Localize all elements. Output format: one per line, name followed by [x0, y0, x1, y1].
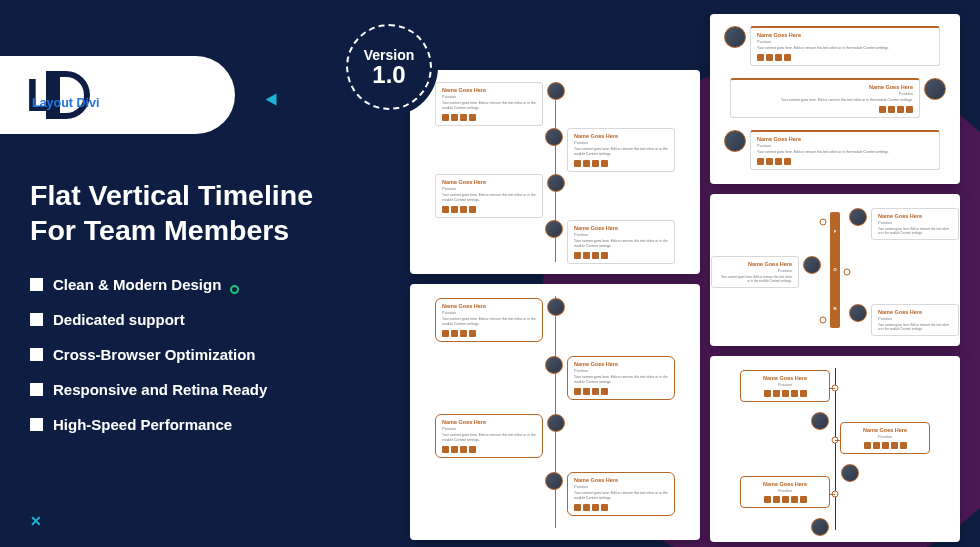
member-card: Name Goes Here Position Your content goe…	[750, 26, 940, 66]
member-desc: Your content goes here. Edit or remove t…	[442, 101, 536, 111]
feature-item: Dedicated support	[30, 311, 267, 328]
avatar	[547, 174, 565, 192]
timeline-line	[835, 368, 836, 530]
avatar	[545, 356, 563, 374]
heading-line-2: For Team Members	[30, 213, 313, 248]
timeline-entry: Name Goes Here Position Your content goe…	[849, 208, 959, 240]
avatar	[849, 208, 867, 226]
member-name: Name Goes Here	[442, 87, 536, 93]
member-card: Name Goes Here Position Your content goe…	[435, 174, 543, 218]
logo-mark-d	[46, 71, 90, 119]
version-badge: Version 1.0	[346, 24, 432, 110]
avatar	[724, 26, 746, 48]
timeline-entry: Name Goes Here Position Your content goe…	[724, 130, 940, 170]
timeline-entry: Name Goes Here Position Your content goe…	[435, 82, 565, 126]
feature-label: Cross-Browser Optimization	[53, 346, 256, 363]
member-card: Name Goes Here Position Your content goe…	[750, 130, 940, 170]
timeline-entry: Name Goes Here Position Your content goe…	[435, 414, 565, 458]
social-icons	[442, 114, 536, 121]
timeline-entry: Name Goes Here Position Your content goe…	[545, 356, 675, 400]
preview-card-4: FON Name Goes Here Position Your content…	[710, 194, 960, 346]
timeline-entry: Name Goes Here Position Your content goe…	[435, 298, 565, 342]
member-card: Name Goes Here Position Your content goe…	[567, 128, 675, 172]
bullet-icon	[30, 383, 43, 396]
feature-item: High-Speed Performance	[30, 416, 267, 433]
member-card: Name Goes Here Position Your content goe…	[435, 82, 543, 126]
social-icon[interactable]	[469, 114, 476, 121]
preview-gallery: Name Goes Here Position Your content goe…	[410, 14, 966, 542]
timeline-node-icon	[820, 219, 827, 226]
feature-label: Dedicated support	[53, 311, 185, 328]
avatar	[811, 412, 829, 430]
avatar	[811, 518, 829, 536]
timeline-entry: Name Goes Here Position Your content goe…	[711, 256, 821, 288]
feature-list: Clean & Modern Design Dedicated support …	[30, 276, 267, 451]
timeline-node-icon	[844, 269, 851, 276]
social-icon[interactable]	[442, 114, 449, 121]
page-title: Flat Vertical Timeline For Team Members	[30, 178, 313, 248]
preview-card-2: Name Goes Here Position Your content goe…	[410, 284, 700, 540]
avatar	[547, 298, 565, 316]
feature-item: Clean & Modern Design	[30, 276, 267, 293]
avatar	[849, 304, 867, 322]
timeline-entry: Name Goes Here Position Your content goe…	[724, 26, 940, 66]
member-position: Position	[442, 94, 536, 99]
member-card: Name Goes Here Position Your content goe…	[435, 414, 543, 458]
timeline-entry: Name Goes Here Position Your content goe…	[849, 304, 959, 336]
preview-card-1: Name Goes Here Position Your content goe…	[410, 70, 700, 274]
timeline-entry: Name Goes Here Position Your content goe…	[545, 128, 675, 172]
avatar	[545, 128, 563, 146]
version-number: 1.0	[372, 63, 405, 87]
timeline-entry: Name Goes Here Position Your content goe…	[730, 78, 946, 118]
preview-card-3: Name Goes Here Position Your content goe…	[710, 14, 960, 184]
member-card: Name Goes Here Position Your content goe…	[567, 356, 675, 400]
avatar	[803, 256, 821, 274]
avatar	[547, 82, 565, 100]
member-name: Name Goes Here	[574, 133, 668, 139]
avatar	[841, 464, 859, 482]
member-card: Name Goes Here Position	[840, 422, 930, 454]
member-card: Name Goes Here Position Your content goe…	[871, 208, 959, 240]
timeline-entry: Name Goes Here Position Your content goe…	[435, 174, 565, 218]
avatar	[924, 78, 946, 100]
decorative-triangle-icon	[266, 94, 277, 106]
timeline-rail: FON	[830, 212, 840, 328]
bullet-icon	[30, 418, 43, 431]
logo-subtext: Layout Divi	[32, 96, 99, 110]
member-card: Name Goes Here Position Your content goe…	[435, 298, 543, 342]
member-desc: Your content goes here. Edit or remove t…	[574, 147, 668, 157]
bullet-icon	[30, 348, 43, 361]
social-icon[interactable]	[460, 114, 467, 121]
feature-label: Responsive and Retina Ready	[53, 381, 267, 398]
member-card: Name Goes Here Position Your content goe…	[871, 304, 959, 336]
social-icon[interactable]	[451, 114, 458, 121]
member-card: Name Goes Here Position Your content goe…	[730, 78, 920, 118]
avatar	[545, 472, 563, 490]
bullet-icon	[30, 313, 43, 326]
timeline-entry: Name Goes Here Position Your content goe…	[545, 472, 675, 516]
member-position: Position	[574, 140, 668, 145]
brand-logo: L Layout Divi	[0, 56, 235, 134]
member-card: Name Goes Here Position Your content goe…	[711, 256, 799, 288]
feature-label: Clean & Modern Design	[53, 276, 221, 293]
feature-item: Cross-Browser Optimization	[30, 346, 267, 363]
avatar	[724, 130, 746, 152]
timeline-node-icon	[820, 317, 827, 324]
member-card: Name Goes Here Position Your content goe…	[567, 220, 675, 264]
feature-label: High-Speed Performance	[53, 416, 232, 433]
member-card: Name Goes Here Position Your content goe…	[567, 472, 675, 516]
bullet-icon	[30, 278, 43, 291]
member-card: Name Goes Here Position	[740, 370, 830, 402]
timeline-entry: Name Goes Here Position Your content goe…	[545, 220, 675, 264]
avatar	[547, 414, 565, 432]
feature-item: Responsive and Retina Ready	[30, 381, 267, 398]
heading-line-1: Flat Vertical Timeline	[30, 178, 313, 213]
avatar	[545, 220, 563, 238]
preview-card-5: Name Goes Here Position Name Goes Here P…	[710, 356, 960, 542]
member-card: Name Goes Here Position	[740, 476, 830, 508]
decorative-x-icon: ✕	[30, 513, 42, 529]
